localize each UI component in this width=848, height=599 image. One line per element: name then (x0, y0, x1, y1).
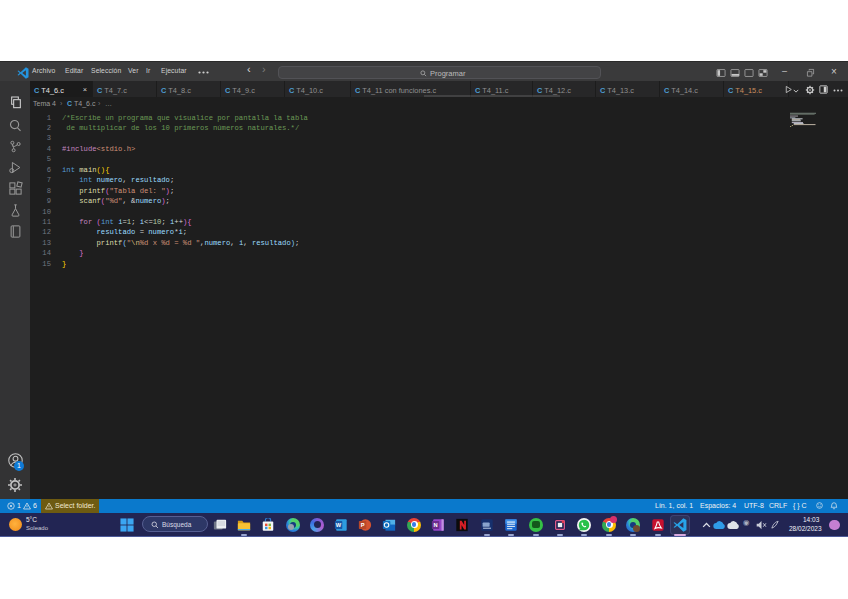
svg-text:N: N (433, 522, 437, 528)
svg-text:P: P (361, 522, 365, 528)
svg-text:W: W (336, 522, 342, 528)
